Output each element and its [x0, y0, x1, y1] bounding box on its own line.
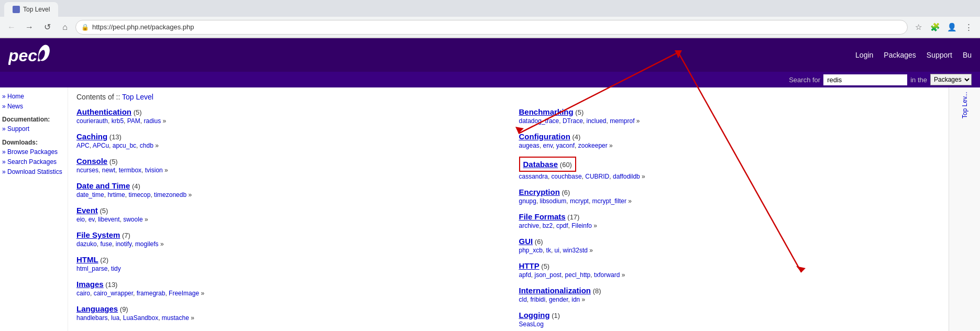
pkg-win32std[interactable]: win32std [563, 247, 588, 254]
home-button[interactable]: ⌂ [58, 20, 72, 35]
pkg-courierauth[interactable]: courierauth [76, 117, 108, 125]
bookmark-button[interactable]: ☆ [911, 20, 926, 35]
search-category-select[interactable]: Packages [930, 74, 972, 85]
pkg-php-xcb[interactable]: php_xcb [519, 247, 543, 254]
search-input[interactable] [823, 74, 907, 85]
pkg-json-post[interactable]: json_post [535, 271, 561, 279]
profile-button[interactable]: 👤 [944, 20, 959, 35]
pkg-pam[interactable]: PAM [127, 117, 140, 125]
category-title-logging[interactable]: Logging [519, 311, 550, 319]
breadcrumb-top-level-link[interactable]: Top Level [122, 93, 153, 101]
pkg-cld[interactable]: cld [519, 296, 527, 303]
pkg-cassandra[interactable]: cassandra [519, 173, 548, 180]
sidebar-item-browse-packages[interactable]: Browse Packages [2, 147, 65, 157]
category-title-event[interactable]: Event [76, 206, 98, 215]
pkg-timecop[interactable]: timecop [128, 191, 150, 198]
pkg-fribidi[interactable]: fribidi [531, 296, 546, 303]
pkg-tk[interactable]: tk [546, 247, 551, 254]
pkg-krb5[interactable]: krb5 [112, 117, 124, 125]
pkg-env[interactable]: env [543, 142, 553, 149]
pkg-timezonedb[interactable]: timezonedb [154, 191, 186, 198]
sidebar-item-download-statistics[interactable]: Download Statistics [2, 167, 65, 177]
pkg-cairo[interactable]: cairo [76, 290, 90, 297]
nav-bugs[interactable]: Bu [963, 51, 972, 59]
pkg-txforward[interactable]: txforward [594, 271, 620, 279]
address-bar[interactable]: 🔒 https://pecl.php.net/packages.php [75, 20, 908, 35]
pkg-newt[interactable]: newt [102, 167, 115, 174]
sidebar-item-home[interactable]: Home [2, 92, 65, 102]
pkg-swoole[interactable]: swoole [123, 216, 142, 223]
pkg-eio[interactable]: eio [76, 216, 85, 223]
category-title-database[interactable]: Database [523, 160, 558, 169]
category-title-html[interactable]: HTML [76, 255, 98, 264]
pkg-apfd[interactable]: apfd [519, 271, 531, 279]
pkg-libsodium[interactable]: libsodium [540, 197, 567, 205]
pkg-zookeeper[interactable]: zookeeper [578, 142, 608, 149]
pkg-idn[interactable]: idn [571, 296, 580, 303]
category-title-gui[interactable]: GUI [519, 237, 533, 246]
pkg-ui[interactable]: ui [555, 247, 559, 254]
pkg-gnupg[interactable]: gnupg [519, 197, 536, 205]
forward-button[interactable]: → [22, 20, 37, 35]
pkg-luasandbox[interactable]: LuaSandbox [123, 314, 158, 322]
pkg-yaconf[interactable]: yaconf [556, 142, 575, 149]
pkg-lua[interactable]: lua [111, 314, 119, 322]
pkg-fileinfo[interactable]: Fileinfo [571, 222, 592, 229]
pkg-cpdf[interactable]: cpdf [556, 222, 568, 229]
pkg-mogilefs[interactable]: mogilefs [135, 240, 159, 248]
menu-button[interactable]: ⋮ [961, 20, 976, 35]
category-title-internationalization[interactable]: Internationalization [519, 286, 591, 295]
pkg-fuse[interactable]: fuse [100, 240, 112, 248]
pkg-couchbase[interactable]: couchbase [552, 173, 582, 180]
pkg-mcrypt-filter[interactable]: mcrypt_filter [592, 197, 626, 205]
pkg-apcu-bc[interactable]: apcu_bc [113, 142, 136, 149]
pkg-datadog-trace[interactable]: datadog_trace [519, 117, 559, 125]
pkg-cairo-wrapper[interactable]: cairo_wrapper [94, 290, 133, 297]
pkg-inotify[interactable]: inotify [116, 240, 131, 248]
top-level-indicator[interactable]: Top Lev... [961, 92, 968, 118]
pkg-ev[interactable]: ev [89, 216, 95, 223]
pkg-tidy[interactable]: tidy [111, 265, 121, 272]
category-title-console[interactable]: Console [76, 157, 107, 166]
pkg-ncurses[interactable]: ncurses [76, 167, 98, 174]
pkg-chdb[interactable]: chdb [140, 142, 153, 149]
category-title-http[interactable]: HTTP [519, 261, 539, 270]
pkg-termbox[interactable]: termbox [119, 167, 141, 174]
reload-button[interactable]: ↺ [40, 20, 54, 35]
category-title-file-formats[interactable]: File Formats [519, 212, 566, 221]
pkg-apcu[interactable]: APCu [93, 142, 109, 149]
category-title-date-and-time[interactable]: Date and Time [76, 181, 130, 190]
category-title-images[interactable]: Images [76, 280, 104, 289]
pkg-libevent[interactable]: libevent [98, 216, 119, 223]
back-button[interactable]: ← [4, 20, 19, 35]
pkg-dtrace[interactable]: DTrace [563, 117, 583, 125]
pkg-bz2[interactable]: bz2 [543, 222, 553, 229]
category-title-configuration[interactable]: Configuration [519, 132, 570, 141]
pkg-framegrab[interactable]: framegrab [137, 290, 166, 297]
pkg-handlebars[interactable]: handlebars [76, 314, 107, 322]
category-title-caching[interactable]: Caching [76, 132, 107, 141]
pkg-memprof[interactable]: memprof [610, 117, 634, 125]
sidebar-item-search-packages[interactable]: Search Packages [2, 157, 65, 167]
pkg-cubrid[interactable]: CUBRID [585, 173, 609, 180]
browser-tab[interactable]: Top Level [4, 2, 58, 17]
pkg-mustache[interactable]: mustache [162, 314, 189, 322]
pkg-dazuko[interactable]: dazuko [76, 240, 97, 248]
sidebar-item-news[interactable]: News [2, 102, 65, 112]
pkg-augeas[interactable]: augeas [519, 142, 539, 149]
pkg-freeimage[interactable]: FreeImage [169, 290, 199, 297]
category-title-languages[interactable]: Languages [76, 304, 118, 313]
pkg-html-parse[interactable]: html_parse [76, 265, 107, 272]
pkg-mcrypt[interactable]: mcrypt [570, 197, 589, 205]
pkg-daffodildb[interactable]: daffodildb [613, 173, 640, 180]
sidebar-item-support[interactable]: Support [2, 124, 65, 134]
category-title-benchmarking[interactable]: Benchmarking [519, 107, 574, 116]
pkg-tvision[interactable]: tvision [145, 167, 163, 174]
extensions-button[interactable]: 🧩 [928, 20, 942, 35]
pkg-archive[interactable]: archive [519, 222, 539, 229]
nav-packages[interactable]: Packages [884, 51, 916, 59]
pkg-pecl-http[interactable]: pecl_http [565, 271, 591, 279]
pkg-seaslog[interactable]: SeasLog [519, 321, 544, 328]
pkg-gender[interactable]: gender [549, 296, 568, 303]
pkg-radius[interactable]: radius [144, 117, 161, 125]
